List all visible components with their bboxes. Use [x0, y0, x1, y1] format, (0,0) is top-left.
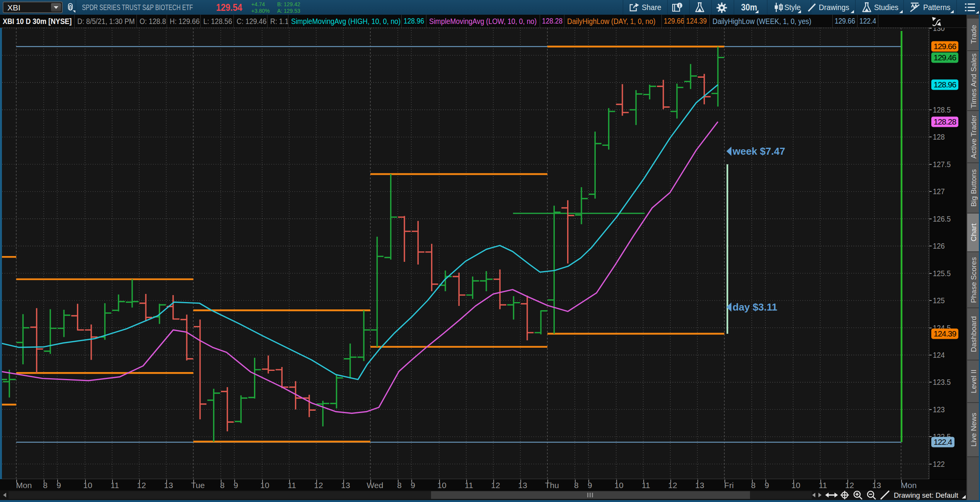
- svg-text:week $7.47: week $7.47: [732, 145, 785, 157]
- svg-text:day $3.11: day $3.11: [733, 301, 777, 313]
